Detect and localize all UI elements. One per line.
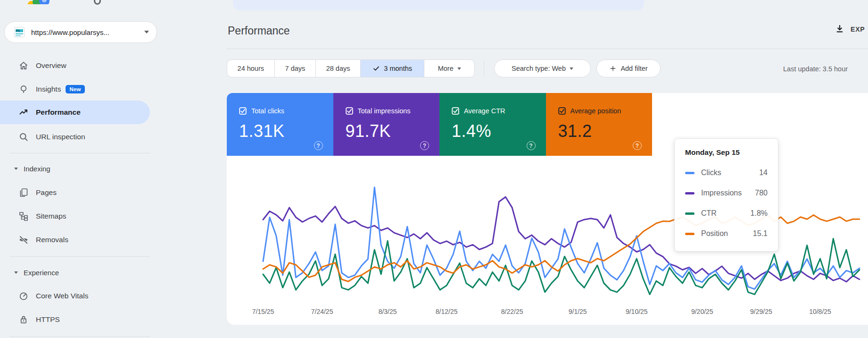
x-tick-label: 7/24/25 <box>311 308 333 315</box>
logo-text-fragment <box>94 0 101 5</box>
range-28-days[interactable]: 28 days <box>315 60 360 77</box>
range-more-menu[interactable]: More <box>424 60 474 77</box>
sidebar-section-experience[interactable]: Experience <box>0 262 156 282</box>
add-filter-button[interactable]: Add filter <box>596 59 661 77</box>
tooltip-date: Monday, Sep 15 <box>685 148 768 157</box>
sidebar-item-label: Core Web Vitals <box>36 292 88 300</box>
property-selector[interactable]: PS https://www.popularsys... <box>4 21 157 43</box>
chart-tooltip: Monday, Sep 15 Clicks 14 Impressions 780… <box>674 138 778 252</box>
sitemap-icon <box>18 211 29 222</box>
search-icon <box>18 131 29 143</box>
sidebar-divider <box>9 256 150 257</box>
sidebar-item-insights[interactable]: Insights New <box>0 77 156 101</box>
range-3-months[interactable]: 3 months <box>360 60 424 77</box>
gauge-icon <box>18 290 29 302</box>
sidebar-item-label: HTTPS <box>36 315 60 324</box>
performance-icon <box>18 107 29 118</box>
x-tick-label: 7/15/25 <box>252 308 274 315</box>
page-title: Performance <box>228 25 290 37</box>
chevron-down-icon <box>14 168 18 170</box>
tooltip-row-clicks: Clicks 14 <box>685 169 768 177</box>
sidebar-item-core-web-vitals[interactable]: Core Web Vitals <box>0 284 156 308</box>
x-tick-label: 8/3/25 <box>379 308 397 315</box>
impressions-series-swatch <box>685 192 694 194</box>
card-value: 1.31K <box>239 121 333 141</box>
chevron-down-icon <box>144 31 149 34</box>
sidebar-item-label: Performance <box>36 108 81 117</box>
checkbox-checked-icon[interactable] <box>558 107 566 115</box>
chevron-down-icon <box>457 68 461 70</box>
help-icon[interactable]: ? <box>314 141 323 150</box>
sidebar-divider <box>9 337 150 337</box>
site-favicon: PS <box>14 27 25 37</box>
lightbulb-icon <box>18 84 29 95</box>
checkbox-checked-icon[interactable] <box>452 107 459 115</box>
section-label: Experience <box>24 269 59 277</box>
sidebar-item-performance[interactable]: Performance <box>0 101 150 124</box>
sidebar-item-label: Sitemaps <box>36 212 66 220</box>
x-tick-label: 9/1/25 <box>569 308 587 315</box>
card-average-position[interactable]: Average position 31.2 ? <box>546 93 653 156</box>
card-value: 1.4% <box>452 121 546 141</box>
tooltip-row-impressions: Impressions 780 <box>685 189 768 197</box>
sidebar-item-https[interactable]: HTTPS <box>0 308 156 331</box>
tooltip-row-position: Position 15.1 <box>685 229 768 238</box>
sidebar-item-label: Removals <box>36 236 68 244</box>
help-icon[interactable]: ? <box>633 141 642 150</box>
sidebar-item-sitemaps[interactable]: Sitemaps <box>0 204 156 228</box>
range-7-days[interactable]: 7 days <box>274 60 316 77</box>
x-tick-label: 10/8/25 <box>809 308 831 315</box>
plus-icon <box>609 65 617 72</box>
sidebar-item-label: URL inspection <box>36 133 85 141</box>
card-label: Total clicks <box>251 107 284 115</box>
checkbox-checked-icon[interactable] <box>346 107 353 115</box>
x-tick-label: 8/12/25 <box>436 308 458 315</box>
sidebar-item-label: Insights <box>36 85 61 93</box>
chevron-down-icon <box>570 68 573 70</box>
card-total-clicks[interactable]: Total clicks 1.31K ? <box>227 93 333 156</box>
date-range-segmented-control: 24 hours 7 days 28 days 3 months More <box>227 59 475 77</box>
search-type-dropdown[interactable]: Search type: Web <box>494 59 591 77</box>
card-total-impressions[interactable]: Total impressions 91.7K ? <box>333 93 440 156</box>
card-average-ctr[interactable]: Average CTR 1.4% ? <box>439 93 546 156</box>
clicks-series-swatch <box>685 172 694 174</box>
card-value: 31.2 <box>558 121 653 141</box>
sidebar-item-pages[interactable]: Pages <box>0 181 156 204</box>
x-tick-label: 9/20/25 <box>691 308 713 315</box>
ctr-series-swatch <box>685 212 694 215</box>
x-tick-label: 8/22/25 <box>501 308 523 315</box>
property-url: https://www.popularsys... <box>31 28 144 36</box>
lock-icon <box>18 314 29 325</box>
toolbar-separator <box>484 61 484 76</box>
new-badge: New <box>66 85 84 93</box>
help-icon[interactable]: ? <box>420 141 429 150</box>
range-24-hours[interactable]: 24 hours <box>227 60 274 77</box>
card-label: Average position <box>570 107 621 115</box>
gsc-performance-page: PS https://www.popularsys... Overview In… <box>0 0 868 338</box>
sidebar-item-overview[interactable]: Overview <box>0 54 156 77</box>
card-value: 91.7K <box>346 121 440 141</box>
chevron-down-icon <box>14 271 18 274</box>
sidebar-item-removals[interactable]: Removals <box>0 228 156 252</box>
x-tick-label: 9/10/25 <box>626 308 648 315</box>
sidebar-item-url-inspection[interactable]: URL inspection <box>0 125 156 149</box>
position-series-swatch <box>685 233 694 235</box>
card-label: Average CTR <box>464 107 505 115</box>
x-tick-label: 9/29/25 <box>750 308 772 315</box>
search-console-logo-fragment <box>26 0 51 4</box>
export-label: EXP <box>851 25 865 33</box>
sidebar-item-label: Overview <box>36 61 66 70</box>
sidebar-divider <box>9 153 150 153</box>
pages-icon <box>18 187 29 198</box>
checkbox-checked-icon[interactable] <box>239 107 247 115</box>
export-button[interactable]: EXP <box>835 22 865 37</box>
metric-cards: Total clicks 1.31K ? Total impressions 9… <box>227 93 652 156</box>
sidebar-section-indexing[interactable]: Indexing <box>0 159 156 178</box>
last-update-text: Last update: 3.5 hour <box>783 65 868 73</box>
header-divider <box>227 49 868 49</box>
url-inspect-searchbar-remnant[interactable] <box>233 0 644 10</box>
help-icon[interactable]: ? <box>527 141 536 150</box>
check-icon <box>372 65 380 72</box>
home-icon <box>18 60 29 71</box>
download-icon <box>835 24 845 34</box>
